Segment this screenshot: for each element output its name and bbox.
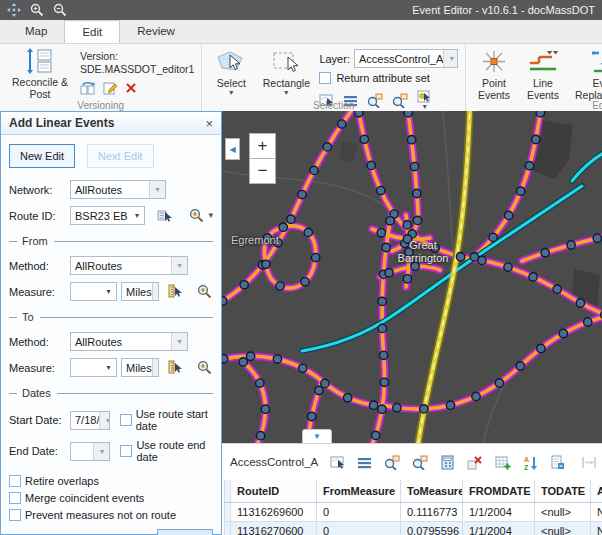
to-units-select[interactable]: Miles ▾ (121, 358, 159, 377)
from-units-caret-icon[interactable]: ▾ (152, 283, 159, 300)
prevent-measures-label: Prevent measures not on route (25, 509, 176, 521)
to-measure-zoom-icon[interactable] (197, 360, 213, 375)
rectangle-caret-icon[interactable]: ▾ (284, 89, 288, 97)
collapse-table-button[interactable]: ▼ (302, 429, 332, 443)
end-date-combo[interactable]: ▾ (70, 442, 110, 461)
table-clear-selection-icon[interactable] (467, 455, 483, 470)
to-method-label: Method: (9, 336, 66, 348)
merge-coincident-checkbox[interactable] (9, 492, 21, 504)
col-fromdate[interactable]: FROMDATE (463, 480, 535, 503)
table-select-features-icon[interactable] (330, 455, 345, 470)
network-select-caret-icon[interactable]: ▾ (149, 181, 165, 198)
table-list-icon[interactable] (357, 455, 372, 470)
start-date-caret-icon[interactable]: ▾ (99, 412, 109, 429)
to-method-select[interactable]: AllRoutes ▾ (70, 332, 188, 351)
reconcile-post-icon (25, 48, 55, 74)
table-add-records-icon[interactable] (495, 455, 511, 470)
event-replacement-label: Event Replacement (573, 77, 602, 101)
map-zoom-out-button[interactable]: − (249, 158, 276, 184)
end-date-caret-icon[interactable]: ▾ (93, 443, 109, 460)
point-events-icon (479, 48, 509, 75)
panel-close-icon[interactable]: × (205, 116, 213, 131)
table-calculate-icon[interactable] (440, 455, 455, 470)
from-units-select[interactable]: Miles ▾ (121, 282, 159, 301)
line-events-button[interactable]: Line Events (522, 47, 564, 99)
col-frommeasure[interactable]: FromMeasure (317, 480, 401, 503)
select-caret-icon[interactable]: ▾ (229, 89, 233, 97)
point-events-label: Point Events (475, 77, 513, 101)
col-routeid[interactable]: RouteID (231, 480, 317, 503)
select-button[interactable]: Select ▾ (209, 47, 253, 99)
layer-select[interactable]: AccessControl_A ▾ (354, 49, 458, 68)
from-measure-zoom-icon[interactable] (197, 284, 213, 299)
change-version-icon[interactable] (80, 81, 96, 95)
route-id-select[interactable]: BSR23 EB ▾ (70, 206, 145, 225)
to-measure-caret-icon[interactable]: ▾ (101, 359, 116, 376)
reconcile-post-button[interactable]: Reconcile & Post (7, 47, 73, 99)
next-button[interactable]: Next > (157, 529, 213, 535)
map-canvas: #src path{fill:none;stroke:none} (222, 111, 602, 443)
to-measure-pick-icon[interactable] (167, 360, 183, 375)
route-id-label: Route ID: (9, 210, 66, 222)
zoom-in-icon[interactable] (30, 3, 44, 17)
from-method-select[interactable]: AllRoutes ▾ (70, 256, 188, 275)
table-export-icon[interactable] (550, 455, 565, 470)
table-zoom-selected-icon[interactable] (384, 455, 400, 470)
layer-select-caret-icon[interactable]: ▾ (443, 50, 458, 67)
point-events-button[interactable]: Point Events (473, 47, 515, 99)
use-route-end-checkbox[interactable] (120, 445, 132, 457)
from-measure-pick-icon[interactable] (167, 284, 183, 299)
col-tomeasure[interactable]: ToMeasure (401, 480, 463, 503)
title-bar: Event Editor - v10.6.1 - docMassDOT (0, 0, 602, 20)
line-events-label: Line Events (524, 77, 562, 101)
retire-overlaps-checkbox[interactable] (9, 475, 21, 487)
event-replacement-button[interactable]: Event Replacement (571, 47, 602, 99)
network-select[interactable]: AllRoutes ▾ (70, 180, 166, 199)
ribbon-tabs: Map Edit Review (0, 20, 602, 44)
map-zoom-in-button[interactable]: + (249, 133, 276, 159)
table-row[interactable]: 11316269600 0 0.1116773 1/1/2004 <null> … (225, 503, 602, 522)
to-section-separator: To (9, 311, 213, 323)
group-versioning: Reconcile & Post Version: SDE.MASSDOT_ed… (0, 44, 201, 111)
network-label: Network: (9, 184, 66, 196)
map-view[interactable]: #src path{fill:none;stroke:none} (222, 111, 602, 443)
to-units-caret-icon[interactable]: ▾ (152, 359, 159, 376)
col-todate[interactable]: TODATE (535, 480, 591, 503)
tab-map[interactable]: Map (8, 20, 64, 43)
use-route-start-checkbox[interactable] (120, 414, 132, 426)
from-method-caret-icon[interactable]: ▾ (171, 257, 187, 274)
tab-review[interactable]: Review (120, 20, 192, 43)
start-date-combo[interactable]: 7/18/ ▾ (70, 411, 110, 430)
from-measure-combo[interactable]: ▾ (70, 282, 117, 301)
rectangle-button[interactable]: Rectangle ▾ (260, 47, 312, 99)
from-method-label: Method: (9, 260, 66, 272)
tab-edit[interactable]: Edit (64, 20, 120, 43)
from-measure-caret-icon[interactable]: ▾ (101, 283, 116, 300)
table-row[interactable]: 11316270600 0 0.0795596 1/1/2004 <null> … (225, 522, 602, 535)
to-measure-combo[interactable]: ▾ (70, 358, 117, 377)
table-sort-icon[interactable]: A Z (523, 455, 538, 470)
return-attribute-set-checkbox[interactable] (319, 72, 331, 84)
collapse-panel-button[interactable]: ◀ (225, 138, 240, 160)
table-layer-name[interactable]: AccessControl_A (230, 456, 318, 468)
to-method-caret-icon[interactable]: ▾ (171, 333, 187, 350)
use-route-start-label: Use route start date (136, 408, 213, 432)
return-attribute-set-label: Return attribute set (336, 72, 430, 84)
pick-route-icon[interactable] (157, 208, 173, 223)
prevent-measures-checkbox[interactable] (9, 509, 21, 521)
table-pan-selected-icon[interactable] (412, 455, 428, 470)
col-ac[interactable]: AC (591, 480, 602, 503)
new-version-icon[interactable] (103, 81, 118, 95)
from-section-separator: From (9, 235, 213, 247)
ribbon: Reconcile & Post Version: SDE.MASSDOT_ed… (0, 44, 602, 112)
delete-version-icon[interactable] (125, 82, 137, 94)
zoom-route-button[interactable]: ▾ (189, 208, 213, 223)
route-id-caret-icon[interactable]: ▾ (129, 207, 144, 224)
new-edit-button[interactable]: New Edit (9, 144, 75, 168)
next-edit-button[interactable]: Next Edit (87, 144, 154, 168)
pan-icon[interactable] (7, 3, 21, 17)
zoom-out-icon[interactable] (53, 3, 67, 17)
table-header-row: RouteID FromMeasure ToMeasure FROMDATE T… (225, 480, 602, 503)
group-label-versioning: Versioning (0, 100, 201, 111)
end-date-label: End Date: (9, 445, 66, 457)
